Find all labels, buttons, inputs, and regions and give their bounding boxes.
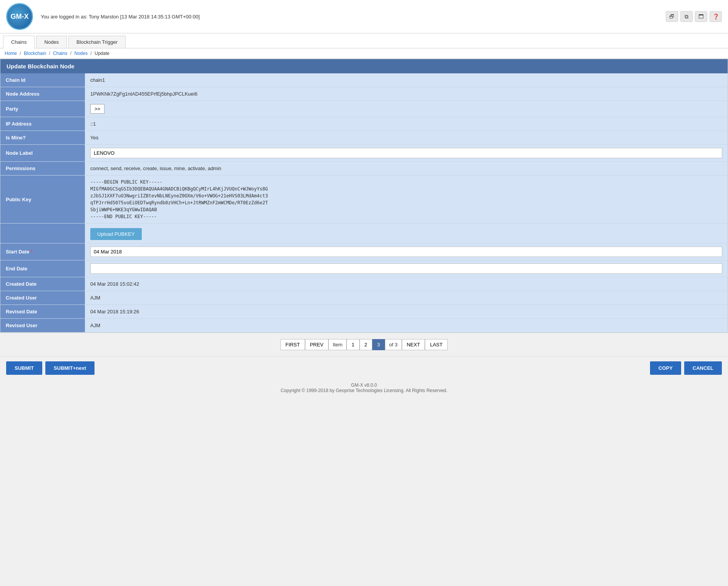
breadcrumb-home[interactable]: Home <box>5 51 17 56</box>
pagination-of-label: of 3 <box>385 339 402 350</box>
breadcrumb-nodes[interactable]: Nodes <box>75 51 88 56</box>
form-table: Chain Id chain1 Node Address 1PWKNk7ZgFg… <box>0 73 728 333</box>
row-ip-address: IP Address ::1 <box>0 117 728 131</box>
help-icon[interactable]: ❓ <box>710 11 722 22</box>
label-upload-empty <box>0 223 85 243</box>
tab-nodes[interactable]: Nodes <box>36 36 67 48</box>
label-created-user: Created User <box>0 291 85 305</box>
bottom-bar: SUBMIT SUBMIT+next COPY CANCEL <box>0 356 728 379</box>
label-party: Party <box>0 101 85 117</box>
row-created-user: Created User AJM <box>0 291 728 305</box>
value-created-user: AJM <box>85 291 728 305</box>
start-date-input[interactable] <box>90 247 722 257</box>
header-icons: 🗗 ⧉ 🗖 ❓ <box>666 11 722 22</box>
tab-bar: Chains Nodes Blockchain Trigger <box>0 33 728 48</box>
form-wrapper: Update Blockchain Node Chain Id chain1 N… <box>0 59 728 333</box>
label-public-key: Public Key <box>0 175 85 223</box>
breadcrumb: Home / Blockchain / Chains / Nodes / Upd… <box>0 48 728 59</box>
pagination-item-label: Item <box>328 339 347 350</box>
label-ip-address: IP Address <box>0 117 85 131</box>
label-node-address: Node Address <box>0 87 85 101</box>
value-party: >> <box>85 101 728 117</box>
login-text: You are logged in as: Tony Marston [13 M… <box>41 14 200 20</box>
copy-button[interactable]: COPY <box>650 361 681 375</box>
value-chain-id: chain1 <box>85 73 728 87</box>
pagination-prev[interactable]: PREV <box>305 339 328 350</box>
row-public-key: Public Key -----BEGIN PUBLIC KEY----- MI… <box>0 175 728 223</box>
label-revised-date: Revised Date <box>0 305 85 319</box>
value-created-date: 04 Mar 2018 15:02:42 <box>85 277 728 291</box>
value-permissions: connect, send, receive, create, issue, m… <box>85 162 728 175</box>
breadcrumb-blockchain[interactable]: Blockchain <box>24 51 46 56</box>
submit-next-button[interactable]: SUBMIT+next <box>45 361 95 375</box>
footer-version: GM-X v8.0.0 <box>3 382 725 388</box>
tab-blockchain-trigger[interactable]: Blockchain Trigger <box>68 36 126 48</box>
pagination-next[interactable]: NEXT <box>402 339 425 350</box>
pagination: FIRST PREV Item 1 2 3 of 3 NEXT LAST <box>0 333 728 356</box>
row-node-address: Node Address 1PWKNk7ZgFg1ntAD455EPrfEj5b… <box>0 87 728 101</box>
value-node-address: 1PWKNk7ZgFg1ntAD455EPrfEj5bhpJPCLKuei6 <box>85 87 728 101</box>
value-end-date[interactable] <box>85 260 728 277</box>
row-permissions: Permissions connect, send, receive, crea… <box>0 162 728 175</box>
label-permissions: Permissions <box>0 162 85 175</box>
row-node-label: Node Label <box>0 145 728 162</box>
upload-pubkey-button[interactable]: Upload PUBKEY <box>90 228 142 240</box>
row-party: Party >> <box>0 101 728 117</box>
pagination-page-2[interactable]: 2 <box>360 339 372 350</box>
logo: GM-X <box>6 3 33 30</box>
row-start-date: Start Date <box>0 243 728 260</box>
row-is-mine: Is Mine? Yes <box>0 131 728 145</box>
value-upload: Upload PUBKEY <box>85 223 728 243</box>
row-upload-pubkey: Upload PUBKEY <box>0 223 728 243</box>
submit-button[interactable]: SUBMIT <box>6 361 42 375</box>
label-end-date: End Date <box>0 260 85 277</box>
restore-icon[interactable]: ⧉ <box>680 11 693 22</box>
end-date-input[interactable] <box>90 263 722 274</box>
cancel-button[interactable]: CANCEL <box>684 361 722 375</box>
row-revised-user: Revised User AJM <box>0 319 728 333</box>
label-node-label: Node Label <box>0 145 85 162</box>
pagination-first[interactable]: FIRST <box>280 339 305 350</box>
value-revised-date: 04 Mar 2018 15:19:26 <box>85 305 728 319</box>
logo-text: GM-X <box>11 13 29 21</box>
label-start-date: Start Date <box>0 243 85 260</box>
tab-chains[interactable]: Chains <box>3 36 35 48</box>
header: GM-X You are logged in as: Tony Marston … <box>0 0 728 33</box>
header-login-info: You are logged in as: Tony Marston [13 M… <box>41 14 666 20</box>
row-chain-id: Chain Id chain1 <box>0 73 728 87</box>
breadcrumb-chains[interactable]: Chains <box>53 51 67 56</box>
minimize-icon[interactable]: 🗗 <box>666 11 678 22</box>
row-created-date: Created Date 04 Mar 2018 15:02:42 <box>0 277 728 291</box>
value-revised-user: AJM <box>85 319 728 333</box>
value-public-key: -----BEGIN PUBLIC KEY----- MIGfMA0GCSqGS… <box>85 175 728 223</box>
row-end-date: End Date <box>0 260 728 277</box>
form-title: Update Blockchain Node <box>0 59 728 73</box>
label-chain-id: Chain Id <box>0 73 85 87</box>
maximize-icon[interactable]: 🗖 <box>695 11 707 22</box>
pagination-page-1[interactable]: 1 <box>347 339 359 350</box>
bottom-bar-right: COPY CANCEL <box>650 361 722 375</box>
value-start-date[interactable] <box>85 243 728 260</box>
label-created-date: Created Date <box>0 277 85 291</box>
row-revised-date: Revised Date 04 Mar 2018 15:19:26 <box>0 305 728 319</box>
pagination-last[interactable]: LAST <box>425 339 448 350</box>
node-label-input[interactable] <box>90 148 722 158</box>
value-is-mine: Yes <box>85 131 728 145</box>
breadcrumb-update: Update <box>95 51 109 56</box>
party-lookup-button[interactable]: >> <box>90 104 104 114</box>
public-key-text: -----BEGIN PUBLIC KEY----- MIGfMA0GCSqGS… <box>90 179 722 220</box>
footer-copyright: Copyright © 1999-2018 by Geoprise Techno… <box>3 388 725 393</box>
logo-area: GM-X <box>6 3 33 30</box>
label-revised-user: Revised User <box>0 319 85 333</box>
bottom-bar-left: SUBMIT SUBMIT+next <box>6 361 95 375</box>
value-ip-address: ::1 <box>85 117 728 131</box>
value-node-label[interactable] <box>85 145 728 162</box>
label-is-mine: Is Mine? <box>0 131 85 145</box>
pagination-page-3[interactable]: 3 <box>372 339 385 350</box>
footer: GM-X v8.0.0 Copyright © 1999-2018 by Geo… <box>0 379 728 396</box>
